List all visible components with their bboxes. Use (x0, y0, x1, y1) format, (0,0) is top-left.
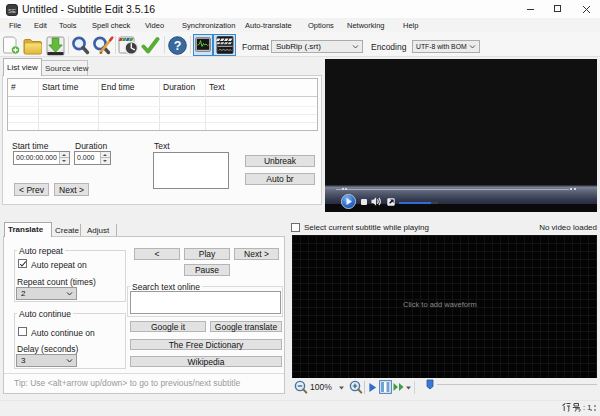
svg-text:SE: SE (8, 8, 16, 14)
svg-text:?: ? (174, 39, 182, 53)
